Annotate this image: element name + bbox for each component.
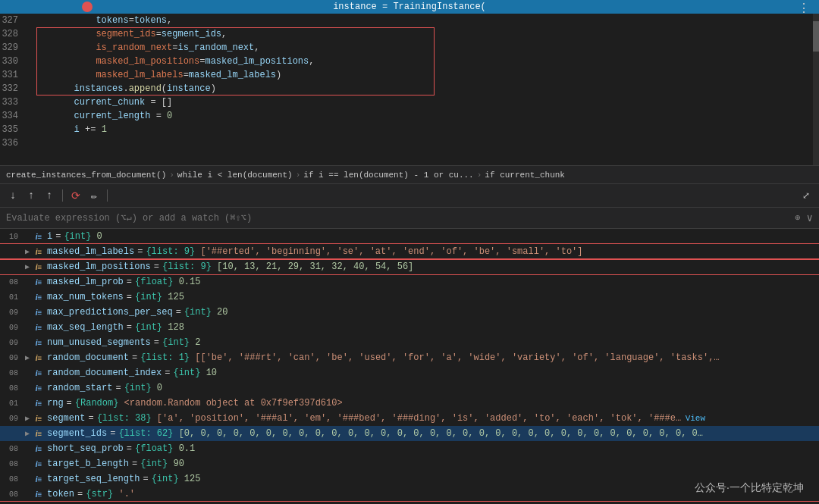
- code-line-327: 327 tokens=tokens,: [0, 14, 819, 27]
- toolbar-edit[interactable]: ✏: [87, 189, 101, 202]
- toolbar-step-over[interactable]: ↓: [6, 189, 20, 202]
- eval-options[interactable]: ⊕: [795, 212, 800, 224]
- var-row-max-predictions[interactable]: 09 i≡ max_predictions_per_seq = {int} 20: [0, 305, 819, 320]
- var-row-i[interactable]: 10 i≡ i = {int} 0: [0, 229, 819, 244]
- code-line-334: 334 current_length = 0: [0, 109, 819, 123]
- eval-chevron[interactable]: ∨: [807, 211, 813, 224]
- breakpoint-dot: [82, 2, 93, 12]
- debug-toolbar: ↓ ↑ ↑ ⟳ ✏ ⤢: [0, 183, 819, 208]
- code-editor: 327 tokens=tokens, 328 segment_ids=segme…: [0, 14, 819, 165]
- blue-right-indicator: [816, 0, 819, 14]
- code-line-332: 332 instances.append(instance): [0, 82, 819, 95]
- toolbar-separator-2: [107, 189, 108, 202]
- var-row-max-seq-length[interactable]: 09 i≡ max_seq_length = {int} 128: [0, 320, 819, 335]
- toolbar-step-into[interactable]: ↑: [24, 189, 38, 202]
- var-row-masked-lm-positions[interactable]: ▶ i≡ masked_lm_positions = {list: 9} [10…: [0, 259, 819, 274]
- variables-area: ⊕ ∨ 10 i≡ i = {int} 0 ▶ i≡ masked_lm_lab…: [0, 208, 819, 504]
- code-lines: 327 tokens=tokens, 328 segment_ids=segme…: [0, 14, 819, 150]
- code-line-333: 333 current_chunk = []: [0, 95, 819, 109]
- variables-list[interactable]: 10 i≡ i = {int} 0 ▶ i≡ masked_lm_labels …: [0, 229, 819, 504]
- breadcrumb-2[interactable]: while i < len(document): [177, 171, 293, 180]
- code-line-335: 335 i += 1: [0, 123, 819, 136]
- code-line-331: 331 masked_lm_labels=masked_lm_labels): [0, 68, 819, 82]
- scrollbar-thumb[interactable]: [813, 21, 819, 52]
- top-bar-code: instance = TrainingInstance(: [6, 2, 813, 12]
- var-row-target-b-length[interactable]: 08 i≡ target_b_length = {int} 90: [0, 456, 819, 471]
- breadcrumb-bar: create_instances_from_document() › while…: [0, 165, 819, 183]
- editor-scrollbar[interactable]: [813, 14, 819, 165]
- var-row-random-document[interactable]: 09 ▶ i≡ random_document = {list: 1} [['b…: [0, 350, 819, 365]
- var-row-segment[interactable]: 09 ▶ i≡ segment = {list: 38} ['a', 'posi…: [0, 411, 819, 426]
- var-row-short-seq-prob[interactable]: 08 i≡ short_seq_prob = {float} 0.1: [0, 441, 819, 456]
- var-row-random-doc-index[interactable]: 08 i≡ random_document_index = {int} 10: [0, 365, 819, 380]
- toolbar-separator-1: [62, 189, 63, 202]
- breadcrumb-4[interactable]: if current_chunk: [485, 171, 565, 180]
- variables-header: ⊕ ∨: [0, 208, 819, 229]
- toolbar-step-out[interactable]: ↑: [42, 189, 56, 202]
- top-code-bar: instance = TrainingInstance( ⋮: [0, 0, 819, 14]
- var-row-num-unused-segments[interactable]: 09 i≡ num_unused_segments = {int} 2: [0, 335, 819, 350]
- toolbar-restart[interactable]: ⟳: [69, 189, 83, 202]
- var-row-rng[interactable]: 01 i≡ rng = {Random} <random.Random obje…: [0, 396, 819, 411]
- code-line-329: 329 is_random_next=is_random_next,: [0, 41, 819, 55]
- var-row-masked-lm-labels[interactable]: ▶ i≡ masked_lm_labels = {list: 9} ['##er…: [0, 244, 819, 259]
- view-link-segment[interactable]: View: [682, 414, 705, 423]
- var-row-target-seq-length[interactable]: 08 i≡ target_seq_length = {int} 125: [0, 471, 819, 487]
- var-row-max-num-tokens[interactable]: 01 i≡ max_num_tokens = {int} 125: [0, 290, 819, 305]
- var-row-segment-ids[interactable]: ▶ i≡ segment_ids = {list: 62} [0, 0, 0, …: [0, 426, 819, 441]
- code-line-328: 328 segment_ids=segment_ids,: [0, 27, 819, 41]
- var-row-masked-lm-prob[interactable]: 08 i≡ masked_lm_prob = {float} 0.15: [0, 274, 819, 290]
- toolbar-expand[interactable]: ⤢: [799, 189, 813, 202]
- var-row-random-start[interactable]: 08 i≡ random_start = {int} 0: [0, 380, 819, 396]
- eval-input[interactable]: [6, 213, 795, 224]
- code-line-336: 336: [0, 136, 819, 150]
- code-line-330: 330 masked_lm_positions=masked_lm_positi…: [0, 55, 819, 68]
- var-row-token[interactable]: 08 i≡ token = {str} '.': [0, 487, 819, 502]
- breadcrumb-1[interactable]: create_instances_from_document(): [6, 171, 166, 180]
- breadcrumb-3[interactable]: if i == len(document) - 1 or cu...: [303, 171, 473, 180]
